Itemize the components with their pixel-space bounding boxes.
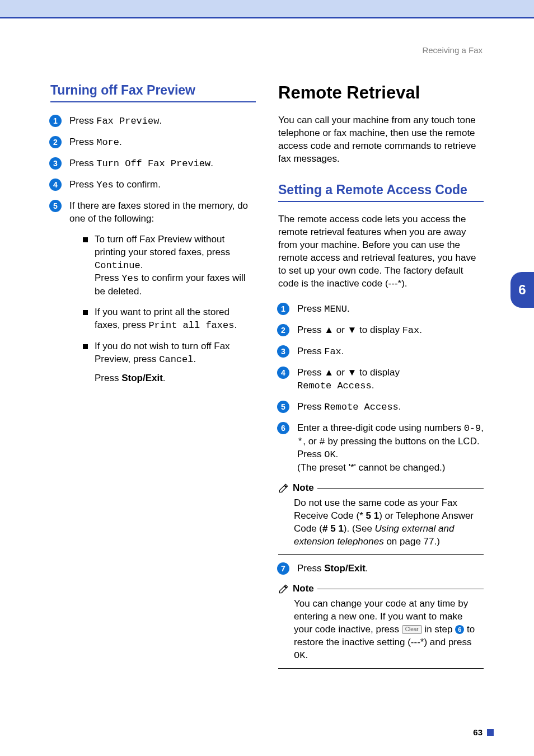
step-badge: 2 <box>277 324 289 336</box>
intro-paragraph: You can call your machine from any touch… <box>278 114 484 166</box>
page-header: Receiving a Fax <box>0 18 534 55</box>
step-badge: 1 <box>49 115 62 127</box>
note-title: Note <box>293 583 314 594</box>
content-area: Turning off Fax Preview 1 Press Fax Prev… <box>0 55 534 673</box>
step-body: Press More. <box>69 136 256 149</box>
step-body: Enter a three-digit code using numbers 0… <box>297 422 484 475</box>
square-bullet-icon <box>83 310 88 315</box>
list-item: To turn off Fax Preview without printing… <box>83 233 256 299</box>
note-block-2: Note You can change your code at any tim… <box>278 583 484 669</box>
step-body: If there are faxes stored in the memory,… <box>69 200 256 393</box>
step-badge: 6 <box>277 422 289 434</box>
top-band <box>0 0 534 17</box>
step-badge: 2 <box>49 136 62 148</box>
step-body: Press Yes to confirm. <box>69 179 256 192</box>
step-body: Press Turn Off Fax Preview. <box>69 157 256 171</box>
left-column: Turning off Fax Preview 1 Press Fax Prev… <box>50 83 256 673</box>
step-badge: 5 <box>277 401 289 413</box>
note-pencil-icon <box>278 482 289 494</box>
chapter-tab: 6 <box>510 272 534 308</box>
note-end-line <box>278 668 484 669</box>
note-title: Note <box>293 482 314 494</box>
note-line <box>317 488 484 489</box>
step-body: Press Stop/Exit. <box>297 562 484 575</box>
step-3: 3 Press Fax. <box>278 345 484 359</box>
step-7: 7 Press Stop/Exit. <box>278 562 484 575</box>
step-badge: 3 <box>277 345 289 358</box>
step-body: Press MENU. <box>297 303 484 316</box>
note-body: You can change your code at any time by … <box>278 594 484 668</box>
step-2: 2 Press More. <box>50 136 256 149</box>
step-4: 4 Press Yes to confirm. <box>50 179 256 192</box>
step-6: 6 Enter a three-digit code using numbers… <box>278 422 484 475</box>
list-item: If you want to print all the stored faxe… <box>83 306 256 332</box>
note-body: Do not use the same code as your Fax Rec… <box>278 494 484 554</box>
note-pencil-icon <box>278 583 289 594</box>
step-body: Press Fax. <box>297 345 484 359</box>
right-steps: 1 Press MENU. 2 Press ▲ or ▼ to display … <box>278 303 484 475</box>
right-h3: Setting a Remote Access Code <box>278 182 484 198</box>
square-bullet-icon <box>83 237 88 242</box>
step-5: 5 Press Remote Access. <box>278 401 484 414</box>
step-badge: 5 <box>49 200 62 212</box>
heading-rule <box>278 201 484 202</box>
step-badge: 7 <box>277 562 289 575</box>
step-2: 2 Press ▲ or ▼ to display Fax. <box>278 324 484 337</box>
step-5: 5 If there are faxes stored in the memor… <box>50 200 256 393</box>
page-number-bar <box>487 729 494 736</box>
inline-step-6-icon: 6 <box>455 625 464 634</box>
intro2-paragraph: The remote access code lets you access t… <box>278 213 484 290</box>
right-column: Remote Retrieval You can call your machi… <box>278 83 484 673</box>
step-1: 1 Press Fax Preview. <box>50 115 256 128</box>
note-block-1: Note Do not use the same code as your Fa… <box>278 482 484 555</box>
list-item: If you do not wish to turn off Fax Previ… <box>83 340 256 385</box>
note-head: Note <box>278 482 484 494</box>
step-3: 3 Press Turn Off Fax Preview. <box>50 157 256 171</box>
step-4: 4 Press ▲ or ▼ to display Remote Access. <box>278 367 484 393</box>
square-bullet-icon <box>83 344 88 349</box>
clear-button-icon: Clear <box>402 625 422 634</box>
note-head: Note <box>278 583 484 594</box>
section-title: Receiving a Fax <box>422 45 483 55</box>
page-number: 63 <box>473 727 483 737</box>
step-body: Press ▲ or ▼ to display Fax. <box>297 324 484 337</box>
note-line <box>317 589 484 589</box>
right-h1: Remote Retrieval <box>278 83 484 103</box>
step-badge: 1 <box>277 303 289 315</box>
bullet-list: To turn off Fax Preview without printing… <box>69 233 256 385</box>
left-steps: 1 Press Fax Preview. 2 Press More. 3 Pre… <box>50 115 256 393</box>
heading-rule <box>50 101 256 102</box>
step-body: Press Fax Preview. <box>69 115 256 128</box>
note-end-line <box>278 554 484 555</box>
step-1: 1 Press MENU. <box>278 303 484 316</box>
step-badge: 4 <box>277 367 289 379</box>
step-badge: 4 <box>49 179 62 191</box>
right-steps-cont: 7 Press Stop/Exit. <box>278 562 484 575</box>
step-badge: 3 <box>49 157 62 170</box>
step-body: Press ▲ or ▼ to display Remote Access. <box>297 367 484 393</box>
step-body: Press Remote Access. <box>297 401 484 414</box>
left-heading: Turning off Fax Preview <box>50 83 256 98</box>
